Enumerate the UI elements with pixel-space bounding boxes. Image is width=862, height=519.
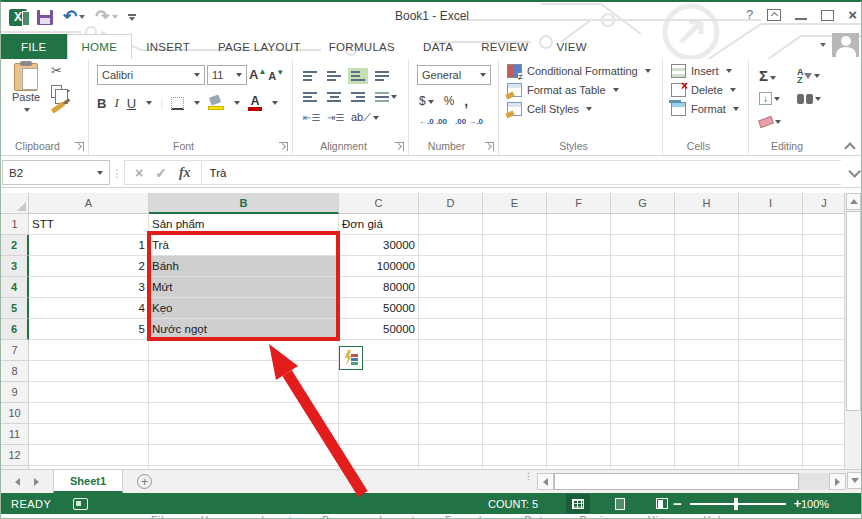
decrease-decimal-icon[interactable]: .00 →.0: [455, 117, 483, 126]
quick-analysis-button[interactable]: [339, 346, 363, 370]
cell-A9[interactable]: [29, 382, 149, 403]
cell-J1[interactable]: [803, 214, 846, 235]
cell-H5[interactable]: [675, 298, 739, 319]
center-icon[interactable]: [327, 92, 341, 102]
vertical-scroll-thumb[interactable]: [846, 211, 861, 411]
cell-B9[interactable]: [149, 382, 339, 403]
cell-I9[interactable]: [739, 382, 803, 403]
cell-G7[interactable]: [611, 340, 675, 361]
row-header-2[interactable]: 2: [1, 235, 29, 256]
tab-home[interactable]: HOME: [67, 34, 133, 59]
cell-G9[interactable]: [611, 382, 675, 403]
column-header-E[interactable]: E: [483, 193, 547, 214]
page-layout-view-button[interactable]: [608, 494, 632, 513]
cell-B11[interactable]: [149, 424, 339, 445]
font-dialog-launcher-icon[interactable]: [279, 142, 288, 151]
ribbon-display-options-icon[interactable]: [767, 9, 781, 21]
cell-D1[interactable]: [419, 214, 483, 235]
cell-styles-button[interactable]: Cell Styles: [507, 102, 651, 116]
cell-B10[interactable]: [149, 403, 339, 424]
collapse-ribbon-icon[interactable]: [845, 143, 855, 149]
conditional-formatting-button[interactable]: Conditional Formatting: [507, 64, 651, 78]
cell-I1[interactable]: [739, 214, 803, 235]
cell-E5[interactable]: [483, 298, 547, 319]
underline-button[interactable]: U: [127, 96, 136, 111]
cell-C3[interactable]: 100000: [339, 256, 419, 277]
cell-E2[interactable]: [483, 235, 547, 256]
column-header-H[interactable]: H: [675, 193, 739, 214]
top-align-icon[interactable]: [303, 71, 317, 81]
cell-D5[interactable]: [419, 298, 483, 319]
cell-J4[interactable]: [803, 277, 846, 298]
cell-F5[interactable]: [547, 298, 611, 319]
cell-A5[interactable]: 4: [29, 298, 149, 319]
cell-B6[interactable]: Nước ngọt: [149, 319, 339, 340]
cell-G8[interactable]: [611, 361, 675, 382]
column-header-I[interactable]: I: [739, 193, 803, 214]
cell-F3[interactable]: [547, 256, 611, 277]
cell-F1[interactable]: [547, 214, 611, 235]
cell-J9[interactable]: [803, 382, 846, 403]
minimize-icon[interactable]: [795, 17, 807, 20]
bottom-align-icon[interactable]: [351, 71, 365, 81]
cell-G4[interactable]: [611, 277, 675, 298]
cell-B2[interactable]: Trà: [149, 235, 339, 256]
cell-G2[interactable]: [611, 235, 675, 256]
zoom-slider[interactable]: [690, 503, 786, 505]
cell-E3[interactable]: [483, 256, 547, 277]
cell-B5[interactable]: Kẹo: [149, 298, 339, 319]
row-header-6[interactable]: 6: [1, 319, 29, 340]
macro-record-icon[interactable]: [73, 498, 88, 510]
cell-E8[interactable]: [483, 361, 547, 382]
cell-G5[interactable]: [611, 298, 675, 319]
cell-C4[interactable]: 80000: [339, 277, 419, 298]
cell-A10[interactable]: [29, 403, 149, 424]
orientation-icon[interactable]: ab⟋: [351, 111, 371, 124]
cell-I6[interactable]: [739, 319, 803, 340]
cell-B8[interactable]: [149, 361, 339, 382]
column-header-D[interactable]: D: [419, 193, 483, 214]
clipboard-dialog-launcher-icon[interactable]: [75, 142, 84, 151]
scroll-right-icon[interactable]: [829, 473, 846, 490]
cell-H12[interactable]: [675, 445, 739, 466]
cell-A11[interactable]: [29, 424, 149, 445]
format-painter-icon[interactable]: [51, 101, 65, 113]
cell-J6[interactable]: [803, 319, 846, 340]
cell-D3[interactable]: [419, 256, 483, 277]
cell-A3[interactable]: 2: [29, 256, 149, 277]
format-as-table-button[interactable]: Format as Table: [507, 83, 651, 97]
cell-I2[interactable]: [739, 235, 803, 256]
row-header-3[interactable]: 3: [1, 256, 29, 277]
cell-A8[interactable]: [29, 361, 149, 382]
row-header-10[interactable]: 10: [1, 403, 29, 424]
cell-G3[interactable]: [611, 256, 675, 277]
column-header-F[interactable]: F: [547, 193, 611, 214]
cell-A1[interactable]: STT: [29, 214, 149, 235]
cell-A7[interactable]: [29, 340, 149, 361]
tab-insert[interactable]: INSERT: [132, 34, 204, 59]
cell-H10[interactable]: [675, 403, 739, 424]
cell-J2[interactable]: [803, 235, 846, 256]
cell-D11[interactable]: [419, 424, 483, 445]
tab-view[interactable]: VIEW: [542, 34, 601, 59]
close-icon[interactable]: ×: [848, 6, 857, 24]
find-select-button[interactable]: [797, 94, 835, 104]
cell-D6[interactable]: [419, 319, 483, 340]
borders-icon[interactable]: [171, 97, 184, 110]
insert-button[interactable]: Insert: [671, 64, 739, 78]
cell-G1[interactable]: [611, 214, 675, 235]
align-left-icon[interactable]: [303, 92, 317, 102]
tab-formulas[interactable]: FORMULAS: [315, 34, 409, 59]
vertical-scrollbar[interactable]: [844, 193, 861, 469]
column-header-A[interactable]: A: [29, 193, 149, 214]
column-header-B[interactable]: B: [149, 193, 339, 214]
cell-H9[interactable]: [675, 382, 739, 403]
tab-review[interactable]: REVIEW: [467, 34, 542, 59]
cell-C11[interactable]: [339, 424, 419, 445]
row-header-7[interactable]: 7: [1, 340, 29, 361]
cell-G6[interactable]: [611, 319, 675, 340]
autosum-button[interactable]: Σ: [759, 67, 797, 84]
cell-I4[interactable]: [739, 277, 803, 298]
column-header-G[interactable]: G: [611, 193, 675, 214]
sheet-tab-sheet1[interactable]: Sheet1: [53, 470, 123, 493]
